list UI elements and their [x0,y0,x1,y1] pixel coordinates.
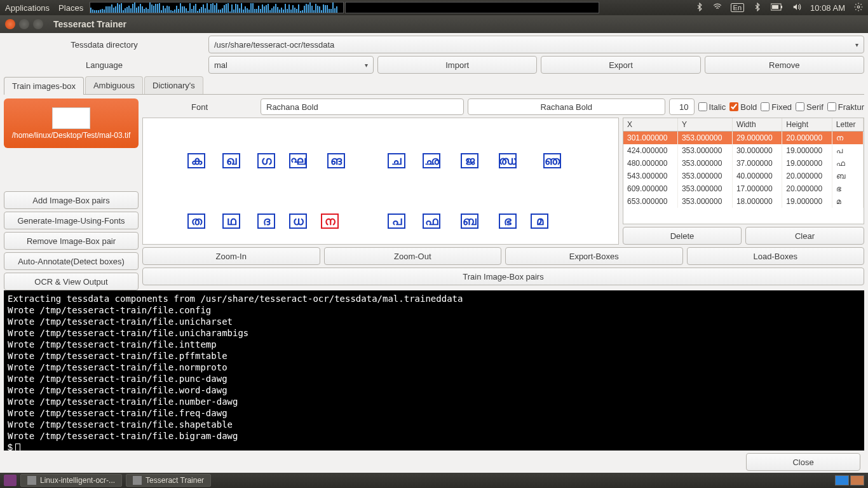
workspace-switcher[interactable] [835,475,864,485]
glyph-box[interactable]: ക [187,153,205,168]
places-menu[interactable]: Places [58,3,83,13]
taskbar-item-2[interactable]: Tesseract Trainer [126,474,211,487]
glyph-box[interactable]: ങ [327,153,345,168]
language-combo[interactable]: mal ▾ [208,56,374,74]
generate-image-button[interactable]: Generate-Image-Using-Fonts [4,212,139,229]
col-x[interactable]: X [623,118,677,132]
bluetooth-icon-2[interactable] [753,3,762,13]
table-row[interactable]: 480.000000353.00000037.00000019.000000ഫ [623,157,864,170]
window-maximize-button[interactable] [33,19,43,29]
gear-icon[interactable] [854,3,863,13]
system-topbar: Applications Places En 10:08 AM [0,0,868,15]
start-button[interactable] [4,475,17,486]
glyph-box[interactable]: ന [321,214,339,229]
bluetooth-icon[interactable] [695,3,704,13]
remove-button[interactable]: Remove [705,56,864,74]
remove-image-box-button[interactable]: Remove Image-Box pair [4,232,139,250]
add-image-box-button[interactable]: Add Image-Box pairs [4,191,139,209]
fixed-checkbox[interactable]: Fixed [761,102,792,112]
wifi-icon[interactable] [713,3,722,13]
box-table[interactable]: X Y Width Height Letter 301.000000353.00… [623,118,864,224]
terminal-output[interactable]: Extracting tessdata components from /usr… [4,290,864,451]
workspace-2[interactable] [850,475,864,485]
clock[interactable]: 10:08 AM [810,3,845,13]
table-cell: 17.000000 [732,182,782,195]
applications-menu[interactable]: Applications [5,3,50,13]
tabstrip: Train images-box Ambiguous Dictionary's [4,76,864,94]
auto-annotate-button[interactable]: Auto-Annotate(Detect boxes) [4,252,139,270]
glyph-box[interactable]: ഫ [423,214,440,229]
tab-ambiguous[interactable]: Ambiguous [85,76,143,94]
glyph-box[interactable]: ഗ [257,153,275,168]
col-y[interactable]: Y [677,118,732,132]
fraktur-checkbox[interactable]: Fraktur [827,102,864,112]
svg-rect-2 [772,5,778,9]
train-image-box-button[interactable]: Train Image-Box pairs [142,268,864,285]
glyph-box[interactable]: പ [388,214,405,229]
table-cell: 19.000000 [782,144,832,157]
table-row[interactable]: 424.000000353.00000030.00000019.000000പ [623,144,864,157]
glyph-box[interactable]: ഝ [499,153,517,168]
bold-checkbox[interactable]: Bold [729,102,757,112]
col-letter[interactable]: Letter [832,118,863,132]
taskbar: Linux-intelligent-ocr-... Tesseract Trai… [0,473,868,488]
volume-icon[interactable] [792,3,801,13]
glyph-box[interactable]: ത [187,214,205,229]
font-size-input[interactable]: 10 [669,98,695,115]
glyph-box[interactable]: ഛ [423,153,440,168]
glyph-box[interactable]: ഭ [499,214,517,229]
export-button[interactable]: Export [541,56,700,74]
glyph-box[interactable]: ദ [257,214,275,229]
glyph-box[interactable]: ബ [461,214,478,229]
table-row[interactable]: 609.000000353.00000017.00000020.000000ഭ [623,182,864,195]
table-cell: ന [832,132,863,145]
taskbar-item-1[interactable]: Linux-intelligent-ocr-... [20,474,122,487]
clear-button[interactable]: Clear [745,227,864,245]
zoom-out-button[interactable]: Zoom-Out [324,247,502,265]
glyph-box[interactable]: ധ [289,214,307,229]
chevron-down-icon: ▾ [855,41,858,48]
window-minimize-button[interactable] [19,19,29,29]
table-row[interactable]: 543.000000353.00000040.00000020.000000ബ [623,170,864,182]
import-button[interactable]: Import [377,56,537,74]
font-display-field[interactable]: Rachana Bold [468,98,665,115]
glyph-box[interactable]: ഞ [543,153,561,168]
zoom-in-button[interactable]: Zoom-In [142,247,320,265]
col-height[interactable]: Height [782,118,832,132]
table-cell: 353.000000 [677,157,732,170]
workspace-1[interactable] [835,475,849,485]
tab-dictionary[interactable]: Dictionary's [144,76,203,94]
table-cell: 301.000000 [623,132,677,145]
close-button[interactable]: Close [746,453,860,471]
glyph-box[interactable]: ജ [461,153,478,168]
export-boxes-button[interactable]: Export-Boxes [505,247,683,265]
glyph-box[interactable]: ഘ [289,153,307,168]
table-row[interactable]: 653.000000353.00000018.00000019.000000മ [623,195,864,208]
serif-checkbox[interactable]: Serif [796,102,824,112]
font-name-input[interactable]: Rachana Bold [261,98,464,115]
col-width[interactable]: Width [732,118,782,132]
image-canvas[interactable]: കഖഗഘങചഛജഝഞതഥദധനപഫബഭമ [142,118,619,245]
battery-icon[interactable] [771,3,783,13]
glyph-box[interactable]: ഥ [222,214,240,229]
tab-train-images-box[interactable]: Train images-box [4,77,84,95]
ocr-view-output-button[interactable]: OCR & View Output [4,273,139,290]
load-boxes-button[interactable]: Load-Boxes [687,247,865,265]
font-display-value: Rachana Bold [540,102,592,112]
table-cell: 543.000000 [623,170,677,182]
tessdata-label: Tessdata directory [4,40,205,50]
thumbnail-path: /home/linux/Desktop/Test/mal-03.tif [12,131,131,140]
italic-checkbox[interactable]: Italic [698,102,726,112]
tessdata-combo[interactable]: /usr/share/tesseract-ocr/tessdata ▾ [208,36,864,53]
table-cell: 353.000000 [677,182,732,195]
image-thumbnail[interactable]: /home/linux/Desktop/Test/mal-03.tif [4,98,139,148]
window-close-button[interactable] [5,19,15,29]
svg-rect-1 [781,6,782,8]
delete-button[interactable]: Delete [623,227,742,245]
table-row[interactable]: 301.000000353.00000029.00000020.000000ന [623,132,864,145]
app-icon [27,476,36,485]
glyph-box[interactable]: ച [388,153,405,168]
glyph-box[interactable]: ഖ [222,153,240,168]
glyph-box[interactable]: മ [531,214,548,229]
keyboard-indicator[interactable]: En [731,3,744,12]
